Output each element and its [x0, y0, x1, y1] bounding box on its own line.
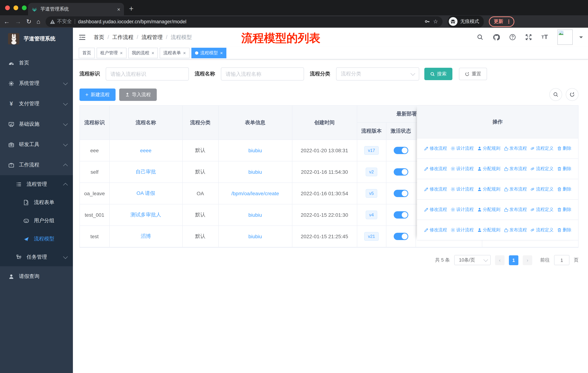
design-process-link[interactable]: 设计流程 [450, 186, 474, 192]
form-info-link[interactable]: biubiu [248, 148, 262, 153]
back-icon[interactable]: ← [4, 18, 10, 25]
sidebar-item-workflow[interactable]: 工作流程 [0, 155, 73, 175]
key-icon[interactable] [424, 19, 430, 24]
sidebar-item-infrastructure[interactable]: 基础设施 [0, 114, 73, 134]
process-definition-link[interactable]: 流程定义 [530, 227, 554, 233]
tag-process-model[interactable]: 流程模型× [191, 48, 227, 58]
breadcrumb-home[interactable]: 首页 [94, 34, 104, 40]
process-name-link[interactable]: 滔博 [141, 233, 151, 239]
sidebar-item-user-group[interactable]: 用户分组 [0, 212, 73, 230]
close-icon[interactable]: × [120, 50, 123, 56]
process-name-link[interactable]: 测试多审批人 [130, 212, 161, 217]
modify-process-link[interactable]: 修改流程 [424, 186, 447, 192]
sidebar-item-task-management[interactable]: 任务管理 [0, 248, 73, 266]
design-process-link[interactable]: 设计流程 [450, 166, 474, 172]
modify-process-link[interactable]: 修改流程 [424, 166, 447, 172]
process-name-link[interactable]: 自己审批 [136, 169, 156, 174]
minimize-window-button[interactable] [13, 5, 18, 10]
import-process-button[interactable]: 导入流程 [119, 88, 157, 101]
process-definition-link[interactable]: 流程定义 [530, 145, 554, 151]
delete-link[interactable]: 删除 [557, 227, 571, 233]
browser-tab[interactable]: 芋道管理系统 × [28, 3, 124, 15]
publish-process-link[interactable]: 发布流程 [504, 166, 527, 172]
assign-rule-link[interactable]: 分配规则 [477, 186, 500, 192]
update-button[interactable]: 更新 ⋮ [489, 16, 514, 27]
goto-page-input[interactable] [554, 255, 569, 265]
address-bar[interactable]: 不安全 dashboard.yudao.iocoder.cn/bpm/manag… [45, 16, 442, 27]
security-warning-icon[interactable]: 不安全 [50, 18, 72, 25]
process-name-link[interactable]: eeee [140, 148, 151, 153]
process-definition-link[interactable]: 流程定义 [530, 166, 554, 172]
help-icon[interactable] [509, 34, 516, 40]
form-info-link[interactable]: biubiu [248, 233, 262, 239]
sidebar-fold-icon[interactable] [79, 34, 86, 40]
form-info-link[interactable]: biubiu [248, 212, 262, 218]
active-toggle[interactable] [394, 211, 408, 219]
modify-process-link[interactable]: 修改流程 [424, 207, 447, 213]
publish-process-link[interactable]: 发布流程 [504, 207, 527, 213]
tab-close-icon[interactable]: × [117, 6, 120, 12]
form-info-link[interactable]: biubiu [248, 169, 262, 175]
publish-process-link[interactable]: 发布流程 [504, 186, 527, 192]
sidebar-item-system[interactable]: 系统管理 [0, 73, 73, 94]
sidebar-item-home[interactable]: 首页 [0, 53, 73, 73]
reload-icon[interactable]: ↻ [26, 18, 32, 25]
forward-icon[interactable]: → [15, 18, 21, 25]
search-icon[interactable] [477, 34, 483, 40]
tag-process-form[interactable]: 流程表单× [160, 48, 189, 58]
process-category-select[interactable]: 流程分类 [336, 67, 419, 81]
refresh-button[interactable] [566, 88, 578, 101]
page-size-select[interactable]: 10条/页 [454, 255, 491, 265]
avatar[interactable] [557, 30, 573, 45]
next-page-button[interactable]: › [523, 255, 532, 265]
delete-link[interactable]: 删除 [557, 166, 571, 172]
close-icon[interactable]: × [183, 50, 186, 56]
show-search-button[interactable] [549, 88, 562, 101]
bookmark-star-icon[interactable]: ☆ [433, 18, 438, 25]
page-1-button[interactable]: 1 [509, 255, 518, 265]
close-icon[interactable]: × [220, 50, 223, 56]
sidebar-item-payment[interactable]: ¥ 支付管理 [0, 94, 73, 114]
process-definition-link[interactable]: 流程定义 [530, 207, 554, 213]
close-window-button[interactable] [5, 5, 10, 10]
sidebar-item-leave-query[interactable]: 请假查询 [0, 266, 73, 287]
maximize-window-button[interactable] [22, 5, 27, 10]
form-info-link[interactable]: /bpm/oa/leave/create [231, 191, 279, 196]
process-name-link[interactable]: OA 请假 [136, 190, 155, 196]
active-toggle[interactable] [394, 147, 408, 154]
tag-my-process[interactable]: 我的流程× [128, 48, 158, 58]
browser-menu-icon[interactable]: ⋮ [506, 19, 511, 24]
reset-button[interactable]: 重置 [459, 68, 487, 80]
delete-link[interactable]: 删除 [557, 186, 571, 192]
breadcrumb-workflow[interactable]: 工作流程 [112, 34, 133, 40]
process-key-input[interactable] [106, 67, 189, 81]
prev-page-button[interactable]: ‹ [495, 255, 504, 265]
design-process-link[interactable]: 设计流程 [450, 227, 474, 233]
sidebar-item-process-model[interactable]: 流程模型 [0, 230, 73, 248]
process-definition-link[interactable]: 流程定义 [530, 186, 554, 192]
design-process-link[interactable]: 设计流程 [450, 145, 474, 151]
design-process-link[interactable]: 设计流程 [450, 207, 474, 213]
tag-home[interactable]: 首页 [79, 48, 95, 58]
active-toggle[interactable] [394, 233, 408, 240]
modify-process-link[interactable]: 修改流程 [424, 227, 447, 233]
search-button[interactable]: 搜索 [424, 68, 452, 80]
publish-process-link[interactable]: 发布流程 [504, 227, 527, 233]
tag-tenant[interactable]: 租户管理× [97, 48, 126, 58]
github-icon[interactable] [493, 34, 500, 40]
sidebar-item-process-form[interactable]: 流程表单 [0, 193, 73, 212]
fullscreen-icon[interactable] [525, 34, 532, 40]
assign-rule-link[interactable]: 分配规则 [477, 145, 500, 151]
process-name-input[interactable] [221, 67, 304, 81]
active-toggle[interactable] [394, 190, 408, 197]
close-icon[interactable]: × [151, 50, 154, 56]
active-toggle[interactable] [394, 168, 408, 176]
modify-process-link[interactable]: 修改流程 [424, 145, 447, 151]
assign-rule-link[interactable]: 分配规则 [477, 207, 500, 213]
sidebar-item-devtools[interactable]: 研发工具 [0, 134, 73, 155]
publish-process-link[interactable]: 发布流程 [504, 145, 527, 151]
assign-rule-link[interactable]: 分配规则 [477, 166, 500, 172]
delete-link[interactable]: 删除 [557, 145, 571, 151]
new-tab-button[interactable]: + [129, 4, 134, 13]
breadcrumb-process-management[interactable]: 流程管理 [141, 34, 163, 40]
